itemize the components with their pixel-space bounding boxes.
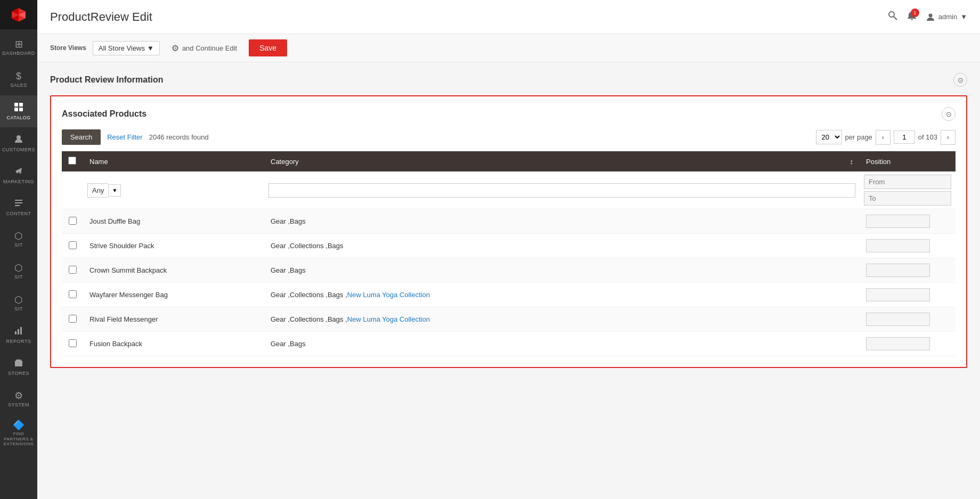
svg-point-8	[17, 135, 21, 140]
product-name-cell: Joust Duffle Bag	[83, 209, 264, 234]
catalog-icon	[14, 102, 23, 113]
table-row: Strive Shoulder Pack Gear ,Collections ,…	[62, 234, 956, 258]
row-checkbox[interactable]	[69, 290, 77, 298]
product-category: Gear ,Bags	[271, 266, 306, 274]
product-name-cell: Fusion Backpack	[83, 332, 264, 356]
store-view-select[interactable]: All Store Views ▼	[93, 41, 160, 55]
sidebar-item-label: REPORTS	[6, 339, 31, 344]
position-input[interactable]	[866, 313, 930, 326]
sidebar-item-label: FIND PARTNERS & EXTENSIONS	[2, 431, 35, 447]
product-category-cell: Gear ,Collections ,Bags	[264, 234, 860, 258]
position-input[interactable]	[866, 215, 930, 228]
position-input[interactable]	[866, 337, 930, 350]
category-filter-input[interactable]	[268, 183, 855, 198]
svg-rect-5	[19, 103, 23, 107]
row-checkbox[interactable]	[69, 315, 77, 323]
category-link[interactable]: New Luma Yoga Collection	[347, 291, 430, 299]
sort-icon[interactable]: ↕	[850, 158, 854, 166]
product-category-cell: Gear ,Bags	[264, 258, 860, 283]
product-category-cell: Gear ,Collections ,Bags ,New Luma Yoga C…	[264, 307, 860, 332]
sidebar-item-sales[interactable]: $ SALES	[0, 63, 37, 95]
next-page-button[interactable]: ›	[941, 130, 956, 145]
row-checkbox-cell	[62, 283, 83, 307]
sidebar-item-catalog[interactable]: CATALOG	[0, 95, 37, 127]
product-position-cell	[860, 332, 956, 356]
filter-category-cell	[264, 171, 860, 209]
sidebar-item-reports[interactable]: REPORTS	[0, 319, 37, 351]
row-checkbox-cell	[62, 209, 83, 234]
row-checkbox[interactable]	[69, 241, 77, 249]
sit3-icon: ⬡	[14, 295, 23, 305]
table-row: Joust Duffle Bag Gear ,Bags	[62, 209, 956, 234]
sidebar-item-system[interactable]: ⚙ SYSTEM	[0, 383, 37, 415]
stores-icon	[14, 358, 23, 369]
product-name: Joust Duffle Bag	[89, 217, 140, 225]
extensions-icon: 🔷	[13, 420, 24, 430]
reports-icon	[14, 326, 23, 337]
per-page-select[interactable]: 20	[816, 130, 842, 144]
row-checkbox-cell	[62, 234, 83, 258]
sidebar-item-customers[interactable]: CUSTOMERS	[0, 127, 37, 159]
marketing-icon	[14, 166, 23, 177]
svg-rect-7	[19, 108, 23, 111]
dashboard-icon: ⊞	[15, 39, 23, 49]
position-input[interactable]	[866, 288, 930, 301]
product-position-cell	[860, 307, 956, 332]
sidebar-item-content[interactable]: CONTENT	[0, 191, 37, 223]
product-category: Gear ,Collections ,Bags	[271, 242, 344, 250]
save-continue-button[interactable]: ⚙ and Continue Edit	[166, 40, 242, 56]
position-from-input[interactable]	[864, 175, 951, 189]
gear-icon: ⚙	[172, 43, 179, 53]
page-number-input[interactable]	[894, 130, 915, 144]
products-table: Name Category ↕ Position	[62, 151, 956, 356]
associated-collapse-button[interactable]: ⊙	[942, 107, 956, 121]
top-header: ProductReview Edit 1 admin ▼	[37, 0, 980, 34]
sidebar-item-label: SIT	[14, 306, 23, 312]
select-all-checkbox[interactable]	[68, 157, 76, 165]
page-title: ProductReview Edit	[50, 10, 152, 24]
any-dropdown-button[interactable]: ▼	[108, 184, 121, 197]
filter-position-cell	[860, 171, 956, 209]
search-icon[interactable]	[887, 10, 898, 23]
sidebar-item-label: SIT	[14, 242, 23, 248]
position-input[interactable]	[866, 239, 930, 252]
sidebar-item-sit1[interactable]: ⬡ SIT	[0, 223, 37, 255]
admin-arrow-icon: ▼	[960, 13, 967, 21]
sales-icon: $	[16, 71, 21, 81]
position-to-input[interactable]	[864, 191, 951, 206]
sidebar-item-stores[interactable]: STORES	[0, 351, 37, 383]
filter-left: Search Reset Filter 2046 records found	[62, 129, 209, 145]
row-checkbox[interactable]	[69, 339, 77, 347]
reset-filter-button[interactable]: Reset Filter	[107, 133, 142, 141]
svg-rect-9	[15, 200, 22, 201]
save-button[interactable]: Save	[249, 39, 287, 56]
store-view-option: All Store Views	[99, 44, 145, 52]
product-review-collapse-button[interactable]: ⊙	[953, 73, 967, 87]
position-input[interactable]	[866, 264, 930, 277]
sidebar-item-dashboard[interactable]: ⊞ DASHBOARD	[0, 31, 37, 63]
row-checkbox-cell	[62, 258, 83, 283]
sidebar-item-label: CATALOG	[6, 115, 30, 120]
sidebar-item-label: SYSTEM	[8, 402, 29, 407]
sidebar-item-marketing[interactable]: MARKETING	[0, 159, 37, 191]
admin-menu[interactable]: admin ▼	[926, 12, 967, 22]
sidebar-item-sit2[interactable]: ⬡ SIT	[0, 255, 37, 287]
search-button[interactable]: Search	[62, 129, 101, 145]
sit2-icon: ⬡	[14, 263, 23, 273]
product-position-cell	[860, 258, 956, 283]
product-category: Gear ,Collections ,Bags ,New Luma Yoga C…	[271, 315, 430, 323]
row-checkbox-cell	[62, 332, 83, 356]
product-name-cell: Crown Summit Backpack	[83, 258, 264, 283]
sidebar-item-extensions[interactable]: 🔷 FIND PARTNERS & EXTENSIONS	[0, 415, 37, 452]
prev-page-button[interactable]: ‹	[876, 130, 891, 145]
category-link[interactable]: New Luma Yoga Collection	[347, 315, 430, 323]
position-filter	[864, 175, 951, 206]
sidebar-item-sit3[interactable]: ⬡ SIT	[0, 287, 37, 319]
notification-button[interactable]: 1	[907, 11, 917, 23]
row-checkbox[interactable]	[69, 266, 77, 274]
header-actions: 1 admin ▼	[887, 10, 967, 23]
row-checkbox[interactable]	[69, 217, 77, 225]
svg-rect-10	[15, 202, 22, 203]
filter-pagination-row: Search Reset Filter 2046 records found 2…	[62, 129, 956, 145]
save-continue-label: and Continue Edit	[182, 44, 237, 52]
